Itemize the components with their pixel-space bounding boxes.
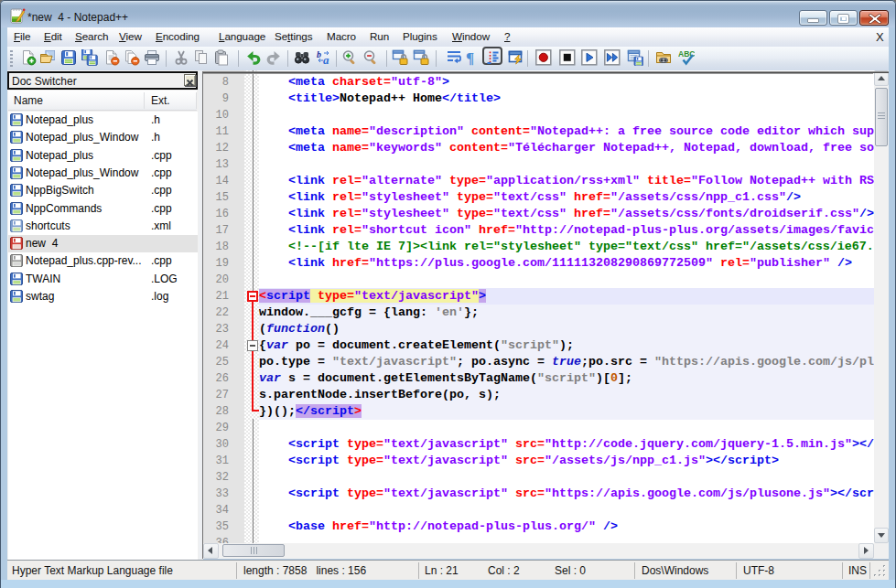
- svg-text:b: b: [317, 49, 321, 59]
- svg-text:¶: ¶: [466, 49, 474, 66]
- svg-text:a: a: [323, 53, 329, 66]
